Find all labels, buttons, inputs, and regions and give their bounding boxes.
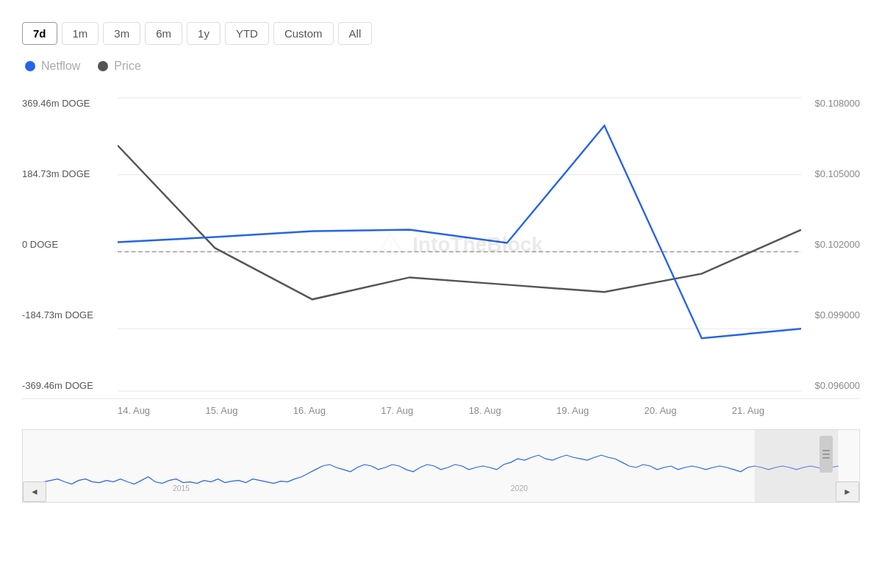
x-label-3: 17. Aug [381, 405, 413, 416]
x-label-7: 21. Aug [732, 405, 764, 416]
time-range-bar: 7d 1m 3m 6m 1y YTD Custom All [22, 22, 860, 45]
btn-custom[interactable]: Custom [273, 22, 334, 45]
y-right-2: $0.102000 [801, 239, 860, 250]
netflow-line [118, 126, 801, 338]
y-right-1: $0.105000 [801, 168, 860, 179]
y-axis-left: 369.46m DOGE 184.73m DOGE 0 DOGE -184.73… [22, 90, 118, 398]
x-axis: 14. Aug 15. Aug 16. Aug 17. Aug 18. Aug … [22, 399, 860, 422]
x-label-1: 15. Aug [205, 405, 237, 416]
price-dot [98, 61, 108, 71]
main-chart: 369.46m DOGE 184.73m DOGE 0 DOGE -184.73… [22, 90, 860, 399]
btn-6m[interactable]: 6m [145, 22, 182, 45]
drag-line-2 [822, 453, 830, 455]
main-container: 7d 1m 3m 6m 1y YTD Custom All Netflow Pr… [0, 0, 882, 588]
mini-drag-handle[interactable] [820, 436, 833, 473]
y-left-4: -369.46m DOGE [22, 380, 118, 391]
mini-year-2015: 2015 [173, 484, 190, 492]
y-axis-right: $0.108000 $0.105000 $0.102000 $0.099000 … [801, 90, 860, 398]
mini-nav-right-button[interactable]: ► [836, 481, 859, 502]
mini-year-2020: 2020 [511, 484, 528, 492]
netflow-dot [25, 61, 35, 71]
x-label-4: 18. Aug [469, 405, 501, 416]
mini-chart-svg: 2015 2020 [23, 430, 859, 502]
svg-rect-9 [23, 430, 859, 502]
main-svg [118, 90, 801, 398]
chart-legend: Netflow Price [25, 60, 860, 73]
drag-lines [822, 450, 830, 459]
y-left-1: 184.73m DOGE [22, 168, 118, 179]
btn-1m[interactable]: 1m [62, 22, 99, 45]
chart-wrapper: 369.46m DOGE 184.73m DOGE 0 DOGE -184.73… [22, 90, 860, 503]
price-line [118, 146, 801, 300]
netflow-label: Netflow [41, 60, 80, 73]
drag-line-3 [822, 457, 830, 459]
x-label-5: 19. Aug [556, 405, 589, 416]
mini-chart: 2015 2020 ◄ ► [22, 429, 860, 503]
y-right-0: $0.108000 [801, 98, 860, 109]
legend-price: Price [98, 60, 140, 73]
x-label-0: 14. Aug [118, 405, 150, 416]
btn-1y[interactable]: 1y [187, 22, 220, 45]
legend-netflow: Netflow [25, 60, 80, 73]
btn-all[interactable]: All [338, 22, 373, 45]
drag-line-1 [822, 450, 830, 451]
mini-nav-left-button[interactable]: ◄ [23, 481, 46, 502]
chart-svg-area: IntoTheBlock [118, 90, 801, 398]
y-right-3: $0.099000 [801, 309, 860, 320]
x-label-2: 16. Aug [293, 405, 326, 416]
btn-ytd[interactable]: YTD [225, 22, 269, 45]
price-label: Price [114, 60, 140, 73]
x-label-6: 20. Aug [644, 405, 676, 416]
btn-3m[interactable]: 3m [103, 22, 140, 45]
y-right-4: $0.096000 [801, 380, 860, 391]
y-left-2: 0 DOGE [22, 239, 118, 250]
y-left-0: 369.46m DOGE [22, 98, 118, 109]
btn-7d[interactable]: 7d [22, 22, 57, 45]
y-left-3: -184.73m DOGE [22, 309, 118, 320]
